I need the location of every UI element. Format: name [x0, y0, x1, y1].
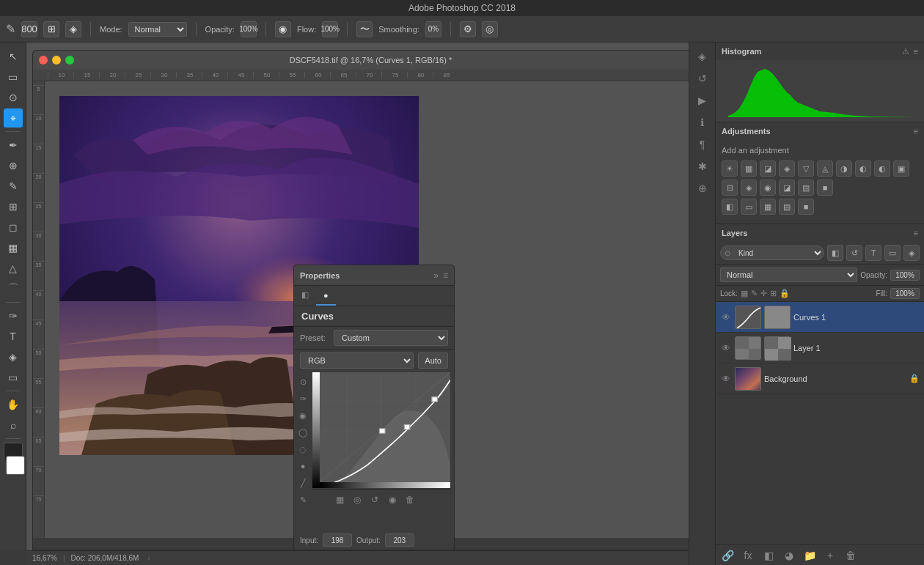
layers-filter-type[interactable]: T [865, 245, 881, 261]
info-icon[interactable]: ℹ [693, 113, 712, 132]
healing-tool[interactable]: ⊕ [4, 156, 23, 175]
close-button[interactable] [39, 56, 48, 64]
curves-eye-tool[interactable]: ◉ [296, 408, 310, 423]
target-icon[interactable]: ◎ [350, 492, 364, 507]
adj-bw[interactable]: ◑ [836, 160, 852, 177]
add-layer-btn[interactable]: + [823, 548, 837, 563]
curves-pointer-tool[interactable]: ⊙ [296, 374, 310, 389]
adj-pattern[interactable]: ▦ [760, 199, 776, 215]
adj-invert[interactable]: ◉ [760, 180, 776, 196]
clone-tool[interactable]: ⊞ [4, 197, 23, 216]
adj-hue2[interactable]: ◧ [722, 199, 738, 215]
layer-visibility-layer1[interactable]: 👁 [720, 342, 732, 354]
eraser-tool[interactable]: ◻ [4, 218, 23, 237]
blur-tool[interactable]: △ [4, 259, 23, 278]
dodge-tool[interactable]: ⌒ [4, 279, 23, 298]
history-icon[interactable]: ↺ [693, 69, 712, 88]
layer-visibility-background[interactable]: 👁 [720, 373, 732, 385]
auto-button[interactable]: Auto [418, 352, 448, 369]
eyedropper-tool[interactable]: ✒ [4, 136, 23, 155]
curves-line-tool[interactable]: ╱ [296, 476, 310, 490]
add-mask-btn[interactable]: ◧ [761, 548, 776, 563]
adjustments-menu-icon[interactable]: ≡ [914, 127, 918, 136]
layers-panel-header[interactable]: Layers ≡ [716, 224, 924, 242]
selection-tool[interactable]: ▭ [4, 67, 23, 86]
opacity-input[interactable]: 100% [241, 21, 257, 37]
minimize-button[interactable] [52, 56, 61, 64]
histogram-icon[interactable]: ▦ [332, 492, 347, 507]
paragraph-icon[interactable]: ¶ [693, 135, 712, 154]
opacity-value[interactable]: 100% [890, 270, 920, 281]
play-icon[interactable]: ▶ [693, 91, 712, 110]
link-layers-btn[interactable]: 🔗 [720, 548, 735, 563]
hand-tool[interactable]: ✋ [4, 395, 23, 414]
layers-filter-adj[interactable]: ↺ [846, 245, 862, 261]
tab-mask[interactable]: ◧ [294, 286, 316, 306]
layers-menu-icon[interactable]: ≡ [914, 229, 918, 237]
layer-visibility-curves1[interactable]: 👁 [720, 311, 732, 323]
add-group-btn[interactable]: 📁 [802, 548, 817, 563]
channel-select[interactable]: RGB Red Green Blue [300, 352, 414, 369]
zoom-tool[interactable]: ⌕ [4, 416, 23, 435]
extra-btn[interactable]: ◎ [482, 21, 498, 37]
lock-position-icon[interactable]: ✛ [760, 289, 767, 298]
path-tool[interactable]: ◈ [4, 347, 23, 366]
brush-size-btn[interactable]: 800 [21, 21, 37, 37]
delete-icon[interactable]: 🗑 [403, 492, 417, 507]
lasso-tool[interactable]: ⊙ [4, 88, 23, 107]
adj-gradient2[interactable]: ▤ [779, 199, 795, 215]
adj-vibrance[interactable]: ◈ [779, 160, 795, 177]
adj-brightness[interactable]: ☀ [722, 160, 738, 177]
expand-icon[interactable]: » [433, 270, 439, 281]
lock-artboard-icon[interactable]: ⊞ [770, 289, 777, 298]
layers-mode-select[interactable]: Normal Dissolve Multiply Screen Overlay [720, 267, 857, 282]
add-adj-btn[interactable]: ◕ [782, 548, 796, 563]
lock-pixels-icon[interactable]: ✎ [751, 289, 758, 298]
fill-value[interactable]: 100% [890, 288, 920, 299]
histogram-panel-header[interactable]: Histogram ⚠ ≡ [716, 43, 924, 60]
crop-tool[interactable]: ⌖ [4, 108, 23, 128]
preset-select[interactable]: Custom Default Linear Contrast Medium Co… [334, 330, 448, 346]
pen-tool[interactable]: ✑ [4, 306, 23, 325]
flow-input[interactable]: 100% [322, 21, 338, 37]
adj-colorbalance[interactable]: ◬ [817, 160, 833, 177]
tab-adjustments[interactable]: ● [316, 286, 336, 306]
add-effect-btn[interactable]: fx [741, 548, 755, 563]
brush-settings-btn[interactable]: ◈ [65, 21, 81, 37]
adj-gradient[interactable]: ◐ [874, 160, 890, 177]
smoothing-input[interactable]: 0% [425, 21, 441, 37]
settings-btn[interactable]: ⚙ [460, 21, 476, 37]
mode-select[interactable]: Normal Multiply Screen [128, 22, 187, 37]
layers-filter-pixel[interactable]: ◧ [827, 245, 843, 261]
adj-selective[interactable]: ▣ [893, 160, 909, 177]
layers-filter-smart[interactable]: ◈ [903, 245, 920, 261]
background-color[interactable] [6, 456, 25, 475]
brush-preset-btn[interactable]: ⊞ [43, 21, 59, 37]
histogram-menu-icon[interactable]: ≡ [914, 47, 918, 56]
flow-icon[interactable]: ◉ [275, 21, 291, 37]
layer-item[interactable]: 👁 Curves 1 [716, 302, 924, 333]
curves-highlight-tool[interactable]: ● [296, 459, 310, 473]
lock-transparent-icon[interactable]: ▦ [741, 289, 748, 298]
adj-solid[interactable]: ■ [817, 180, 833, 196]
lock-all-icon[interactable]: 🔒 [780, 289, 790, 298]
type-tool[interactable]: T [4, 327, 23, 346]
adj-exposure[interactable]: ◪ [760, 160, 776, 177]
layers-filter-shape[interactable]: ▭ [884, 245, 901, 261]
adj-posterize[interactable]: ◪ [779, 180, 795, 196]
move-tool[interactable]: ↖ [4, 47, 23, 66]
adj-levels[interactable]: ⊟ [722, 180, 738, 196]
settings-icon[interactable]: ⊕ [693, 179, 712, 198]
adj-hsl[interactable]: ▽ [798, 160, 814, 177]
smoothing-icon[interactable]: 〜 [356, 21, 373, 37]
shape-tool[interactable]: ▭ [4, 368, 23, 387]
adj-channel[interactable]: ◈ [741, 180, 757, 196]
delete-layer-btn[interactable]: 🗑 [843, 548, 858, 563]
curves-midtone-tool[interactable]: ◌ [296, 442, 310, 457]
gradient-tool[interactable]: ▦ [4, 238, 23, 257]
maximize-button[interactable] [65, 56, 74, 64]
curves-graph[interactable] [312, 372, 451, 489]
reset-icon[interactable]: ↺ [367, 492, 382, 507]
curves-shadow-tool[interactable]: ◯ [296, 425, 310, 440]
eye-icon[interactable]: ◉ [385, 492, 400, 507]
